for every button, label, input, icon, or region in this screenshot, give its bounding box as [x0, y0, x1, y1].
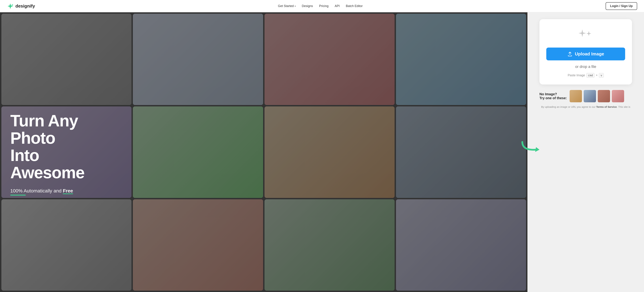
v-key: v — [599, 73, 604, 78]
no-image-label: No Image? Try one of these: — [540, 92, 567, 100]
upload-button[interactable]: Upload Image — [546, 48, 625, 60]
sample-images-section: No Image? Try one of these: — [540, 89, 632, 102]
login-button[interactable]: Login / Sign Up — [606, 2, 637, 10]
sample-thumb-2[interactable] — [584, 90, 596, 102]
drop-text: or drop a file — [575, 64, 596, 69]
sample-thumbs — [570, 90, 624, 102]
logo-text: designify — [16, 3, 35, 9]
cmd-key: cmd — [586, 73, 594, 78]
sample-thumb-4[interactable] — [612, 90, 624, 102]
chevron-down-icon: ▾ — [295, 5, 296, 7]
main-content: Turn AnyPhotoIntoAwesome 100% Automatica… — [0, 12, 644, 292]
sample-thumb-1[interactable] — [570, 90, 582, 102]
logo-icon — [7, 3, 14, 9]
svg-marker-0 — [535, 147, 540, 152]
free-underline — [10, 195, 26, 195]
hero-subtitle: 100% Automatically and Free — [10, 188, 517, 195]
arrow-decoration — [520, 139, 541, 155]
tos-link[interactable]: Terms of Service — [596, 105, 617, 108]
paste-area: Paste Image cmd + v — [568, 73, 604, 78]
main-nav: Get Started ▾ Designs Pricing API Batch … — [278, 4, 362, 8]
sample-thumb-3[interactable] — [598, 90, 610, 102]
logo[interactable]: designify — [7, 3, 35, 9]
nav-get-started[interactable]: Get Started ▾ — [278, 4, 296, 8]
upload-section: Upload Image or drop a file Paste Image … — [528, 12, 644, 292]
nav-api[interactable]: API — [335, 4, 340, 8]
hero-section: Turn AnyPhotoIntoAwesome 100% Automatica… — [0, 12, 528, 292]
nav-pricing[interactable]: Pricing — [319, 4, 328, 8]
nav-designs[interactable]: Designs — [302, 4, 313, 8]
upload-icon — [568, 51, 572, 57]
hero-title: Turn AnyPhotoIntoAwesome — [10, 112, 517, 181]
upload-card: Upload Image or drop a file Paste Image … — [540, 19, 632, 85]
nav-batch-editor[interactable]: Batch Editor — [346, 4, 363, 8]
tos-text: By uploading an image or URL you agree t… — [541, 105, 630, 109]
sparkle-icon — [577, 28, 594, 42]
hero-overlay: Turn AnyPhotoIntoAwesome 100% Automatica… — [0, 12, 528, 292]
header: designify Get Started ▾ Designs Pricing … — [0, 0, 644, 12]
